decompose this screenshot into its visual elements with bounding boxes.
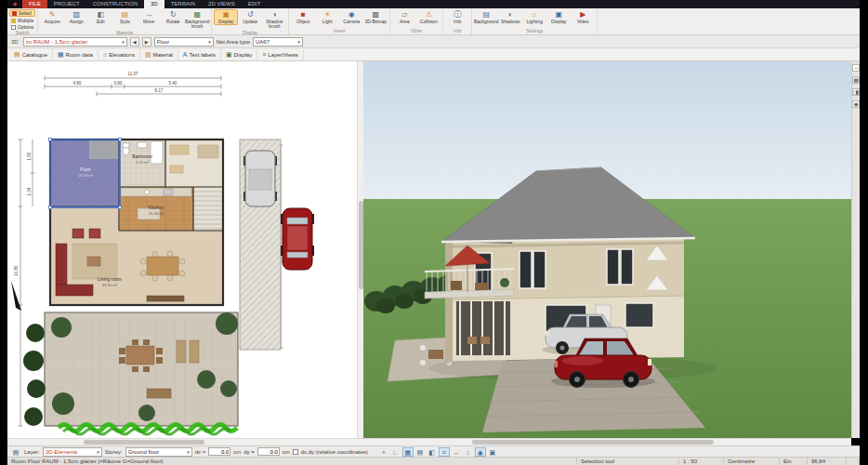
pan-vertical-icon[interactable]: ↕ [463, 447, 474, 457]
tab-3d[interactable]: 3D [144, 0, 164, 8]
display-button[interactable]: ▣Display [214, 9, 238, 25]
select-button[interactable]: Select [9, 9, 35, 17]
layer-selector[interactable]: 2D-Elements▾ [43, 447, 102, 457]
move-button[interactable]: ↔Move [137, 9, 161, 25]
text-labels-button[interactable]: AText labels [178, 49, 221, 60]
status-unit[interactable]: Centimetre [724, 458, 780, 465]
ribbon: Select Multiple Options Switch ✎Acquire … [7, 8, 860, 35]
chevron-down-icon: ▾ [298, 39, 301, 45]
info-button[interactable]: ⓘInfo [445, 9, 469, 25]
display-settings-button[interactable]: ▣Display [546, 9, 571, 25]
dx-unit: cm [233, 449, 241, 455]
acquire-button[interactable]: ✎Acquire [40, 9, 64, 25]
previous-room-button[interactable]: ◀ [130, 37, 139, 46]
split-view-icon[interactable]: ◧ [427, 447, 438, 457]
elevations-button[interactable]: ⌂Elevations [99, 49, 140, 60]
update-button[interactable]: ↺Update [238, 9, 262, 25]
tab-project[interactable]: PROJECT [47, 0, 86, 8]
upper-window [533, 251, 546, 288]
camera-button[interactable]: ◉Camera [339, 9, 363, 25]
net-area-type-selector[interactable]: UA67▾ [253, 37, 303, 46]
layers-icon: ▤ [10, 447, 21, 457]
ribbon-group-switch: Select Multiple Options Switch [7, 8, 38, 34]
tab-construction[interactable]: CONSTRUCTION [86, 0, 144, 8]
dx-label: dx = [195, 449, 206, 455]
background-brush-button[interactable]: ▦Background brush [185, 9, 209, 30]
select-icon [12, 11, 17, 16]
plan-vertical-scrollbar[interactable] [357, 61, 363, 438]
object-button[interactable]: ■Object [291, 9, 315, 25]
svg-text:1.80: 1.80 [27, 152, 32, 160]
home-view-icon[interactable]: ⌂ [852, 64, 860, 72]
light-button[interactable]: ☀Light [315, 9, 339, 25]
material-button[interactable]: ▨Material [140, 49, 178, 60]
style-button[interactable]: ▤Style [112, 9, 137, 25]
tab-file[interactable]: FILE [22, 0, 47, 8]
room-hall[interactable] [165, 140, 223, 187]
multiple-icon [11, 19, 16, 23]
chevron-down-icon: ▾ [122, 39, 125, 45]
scrollbar-thumb[interactable] [84, 440, 204, 445]
background-button[interactable]: ▤Background [474, 9, 498, 25]
rotate-button[interactable]: ↻Rotate [161, 9, 185, 25]
gray-car-top-view[interactable] [243, 151, 277, 206]
catalogue-button[interactable]: ▤Catalogue [9, 49, 53, 60]
video-button[interactable]: ▶Video [571, 9, 595, 25]
edit-button[interactable]: ◧Edit [88, 9, 112, 25]
floor-plan-drawing: 11.07 4.80 0.80 5.40 8.17 10.80 1.80 1.3… [7, 61, 357, 438]
texture-icon[interactable]: ▦ [852, 76, 860, 84]
assign-button[interactable]: ▨Assign [64, 9, 88, 25]
screen-icon[interactable]: ▣ [487, 447, 498, 457]
floor-plan-viewport[interactable]: 11.07 4.80 0.80 5.40 8.17 10.80 1.80 1.3… [7, 61, 357, 438]
status-value: 96,84 [808, 458, 847, 465]
menu-icon[interactable]: ≡ [439, 447, 450, 457]
room-data-button[interactable]: ▦Room data [53, 49, 99, 60]
tab-terrain[interactable]: TERRAIN [164, 0, 202, 8]
status-scale[interactable]: 1 : 50 [679, 458, 724, 465]
elevations-icon: ⌂ [103, 51, 107, 58]
north-arrow [11, 281, 21, 311]
room-selector[interactable]: zu RAUM - 1,5cm glacier▾ [23, 37, 127, 46]
storey-selector[interactable]: Ground floor▾ [125, 447, 192, 457]
right-tool-rail: ⌂ ▦ ◨ ◉ [851, 61, 860, 438]
floor-selector[interactable]: Floor▾ [154, 37, 214, 46]
shadows-button[interactable]: ◐Shadows [498, 9, 522, 25]
layer-views-button[interactable]: ≡Layer/Views [257, 49, 304, 60]
application-window: ◆ FILE PROJECT CONSTRUCTION 3D TERRAIN 2… [0, 0, 868, 465]
grid-icon[interactable]: ▦ [402, 447, 414, 457]
balcony-plant [500, 278, 509, 287]
lighting-button[interactable]: ☼Lighting [522, 9, 546, 25]
3d-viewport[interactable] [363, 61, 851, 438]
shadow-brush-button[interactable]: ◑Shadow brush [262, 9, 286, 30]
multiple-button[interactable]: Multiple [9, 18, 35, 23]
area-button[interactable]: ▱Area [392, 9, 416, 25]
tab-2d-views[interactable]: 2D VIEWS [202, 0, 242, 8]
status-mode[interactable]: Ein [780, 458, 808, 465]
3d-bitmap-button[interactable]: ▩3D-Bitmap [363, 9, 388, 25]
red-car-top-view[interactable] [281, 208, 314, 270]
camera-view-icon[interactable]: ◉ [852, 100, 860, 108]
text-labels-icon: A [183, 51, 188, 58]
render-icon[interactable]: ◨ [852, 88, 860, 96]
svg-text:49.85 m²: 49.85 m² [102, 283, 117, 287]
tab-edit[interactable]: EDIT [242, 0, 268, 8]
scrollbar-thumb[interactable] [472, 440, 714, 445]
layer-list-icon[interactable]: ▤ [414, 447, 426, 457]
horizontal-scrollbar[interactable] [7, 438, 851, 445]
ribbon-group-other: ▱Area ⚠Collision Other [390, 8, 443, 34]
dy-input[interactable] [257, 447, 280, 456]
relative-coordinates-checkbox[interactable] [293, 449, 298, 455]
dy-label: dy = [243, 449, 255, 455]
dx-input[interactable] [208, 447, 230, 456]
ribbon-group-settings: ▤Background ◐Shadows ☼Lighting ▣Display … [472, 8, 598, 34]
collision-button[interactable]: ⚠Collision [416, 9, 441, 25]
target-snap-icon[interactable]: ◉ [475, 447, 486, 457]
material-icon: ▨ [145, 51, 151, 59]
pan-horizontal-icon[interactable]: ↔ [451, 447, 462, 457]
status-extra [847, 458, 860, 465]
angle-snap-icon[interactable]: ∟ [390, 447, 401, 457]
display-view-button[interactable]: ▣Display [221, 49, 257, 60]
add-icon[interactable]: + [378, 447, 389, 457]
next-room-button[interactable]: ▶ [142, 37, 151, 46]
stairs[interactable] [193, 187, 223, 231]
